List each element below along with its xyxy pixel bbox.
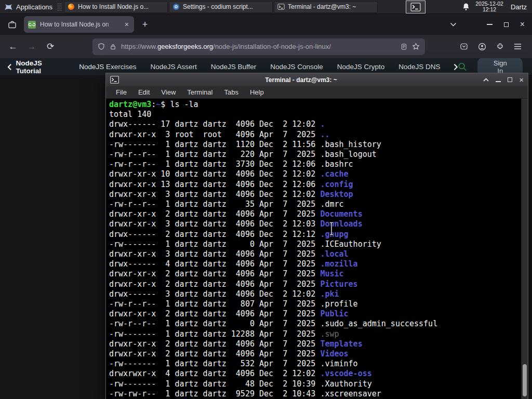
terminal-output-line: drwxr-xr-x 2 dartz dartz 4096 Apr 7 2025… — [109, 309, 521, 319]
sitenav-item[interactable]: NodeJS Crypto — [337, 63, 385, 71]
maximize-icon[interactable] — [508, 77, 512, 82]
close-icon[interactable]: × — [519, 76, 524, 84]
account-icon[interactable] — [478, 43, 486, 51]
reader-view-icon[interactable] — [401, 43, 407, 50]
toolbar-right-icons — [460, 43, 522, 51]
minimize-icon[interactable] — [487, 24, 493, 25]
terminal-output-line: -rw-r--r-- 1 dartz dartz 807 Apr 7 2025 … — [109, 299, 521, 309]
firefox-window-controls: × — [487, 20, 525, 29]
new-tab-button[interactable]: + — [137, 17, 153, 32]
sitenav-item[interactable]: NodeJS Exercises — [79, 63, 136, 71]
terminal-output-line: drwxr-xr-x 10 dartz dartz 4096 Dec 2 12:… — [109, 169, 521, 179]
shield-icon[interactable] — [98, 43, 105, 50]
scrollbar-thumb[interactable] — [523, 364, 527, 396]
browser-tab-active[interactable]: How to Install Node.js on × — [24, 16, 134, 33]
terminal-window: Terminal - dartz@vm3: ~ × File Edit View… — [105, 73, 528, 399]
terminal-output-line: drwxr-xr-x 2 dartz dartz 4096 Apr 7 2025… — [109, 209, 521, 219]
taskbar-item-label: Terminal - dartz@vm3: ~ — [288, 3, 356, 10]
menu-file[interactable]: File — [110, 87, 132, 97]
tray-terminal-indicator[interactable] — [406, 1, 425, 14]
terminal-output-line: -rw-r--r-- 1 dartz dartz 220 Apr 7 2025 … — [109, 150, 521, 159]
close-icon[interactable]: × — [520, 20, 525, 29]
terminal-output-line: -rw-r--r-- 1 dartz dartz 3730 Dec 2 12:0… — [109, 159, 521, 169]
sitenav-item[interactable]: NodeJS Console — [270, 63, 323, 71]
top-panel: Applications How to Install Node.js o...… — [0, 0, 532, 14]
sitenav-item[interactable]: NodeJS Buffer — [211, 63, 257, 71]
menu-view[interactable]: View — [155, 87, 181, 97]
notification-bell-icon[interactable] — [462, 3, 470, 11]
url-text: https://www.geeksforgeeks.org/node-js/in… — [121, 43, 331, 50]
chevron-right-icon[interactable] — [454, 63, 458, 71]
lock-icon[interactable] — [110, 43, 116, 50]
terminal-output-line: drwxr-xr-x 13 dartz dartz 4096 Dec 2 12:… — [109, 180, 521, 190]
sitenav-item[interactable]: NodeJS DNS — [398, 63, 440, 71]
terminal-output-line: -rw-r--r-- 1 dartz dartz 35 Apr 7 2025 .… — [109, 200, 521, 209]
terminal-output-line: -rw------- 1 dartz dartz 0 Apr 7 2025 .I… — [109, 240, 521, 249]
url-scheme: https://www. — [121, 43, 157, 50]
forward-button[interactable]: → — [24, 39, 39, 55]
url-path: /node-js/installation-of-node-js-on-linu… — [213, 43, 331, 50]
url-domain: geeksforgeeks.org — [157, 43, 213, 50]
sitenav-items: NodeJS ExercisesNodeJS AssertNodeJS Buff… — [79, 63, 453, 71]
user-menu[interactable]: Dartz — [511, 3, 527, 11]
extensions-icon[interactable] — [496, 43, 504, 50]
terminal-output-line: drwxr-xr-x 3 dartz dartz 4096 Dec 2 12:0… — [109, 190, 521, 200]
terminal-scrollbar[interactable] — [521, 99, 528, 399]
terminal-icon — [410, 3, 421, 11]
reload-button[interactable]: ⟳ — [43, 39, 58, 55]
url-bar[interactable]: https://www.geeksforgeeks.org/node-js/in… — [92, 38, 425, 55]
applications-menu-button[interactable]: Applications — [0, 0, 57, 14]
taskbar-item-terminal[interactable]: Terminal - dartz@vm3: ~ — [274, 1, 378, 13]
firefox-view-button[interactable] — [2, 17, 22, 32]
list-all-tabs-button[interactable] — [450, 22, 457, 26]
maximize-icon[interactable] — [504, 22, 509, 27]
tasklist-grip — [57, 4, 62, 10]
terminal-title-bar[interactable]: Terminal - dartz@vm3: ~ × — [106, 73, 528, 86]
bookmark-star-icon[interactable] — [412, 43, 420, 50]
terminal-output-line: drwx------ 17 dartz dartz 4096 Dec 2 12:… — [109, 119, 521, 129]
terminal-output-line: drwxr-xr-x 3 dartz dartz 4096 Dec 2 12:0… — [109, 219, 521, 229]
terminal-window-title: Terminal - dartz@vm3: ~ — [119, 76, 483, 84]
panel-clock[interactable]: 2025-12-02 12:12 — [475, 1, 503, 13]
terminal-output-line: drwx------ 3 dartz dartz 4096 Dec 2 12:0… — [109, 289, 521, 299]
distro-logo-icon — [4, 3, 13, 11]
terminal-output-line: drwxrwxr-x 4 dartz dartz 4096 Dec 2 12:0… — [109, 369, 521, 379]
terminal-command: ls -la — [170, 100, 198, 109]
text-cursor-pointer — [328, 222, 335, 235]
terminal-screen[interactable]: dartz@vm3:~$ ls -la total 140 drwx------… — [106, 99, 528, 399]
chevron-left-icon[interactable] — [7, 63, 12, 71]
shade-chevron-up-icon[interactable] — [483, 78, 489, 82]
terminal-window-controls: × — [483, 76, 524, 84]
taskbar-item-settings[interactable]: Settings - codium script... — [169, 1, 273, 13]
minimize-icon[interactable] — [496, 81, 501, 82]
terminal-total-line: total 140 — [109, 110, 521, 119]
menu-terminal[interactable]: Terminal — [181, 87, 218, 97]
terminal-output-line: drwx------ 4 dartz dartz 4096 Apr 7 2025… — [109, 259, 521, 269]
terminal-menu-bar: File Edit View Terminal Tabs Help — [106, 86, 528, 99]
taskbar-item-label: How to Install Node.js o... — [78, 3, 149, 10]
sitenav-item-tutorial[interactable]: NodeJS Tutorial — [16, 59, 67, 75]
terminal-prompt-line: dartz@vm3:~$ ls -la — [109, 100, 521, 110]
sitenav-item[interactable]: NodeJS Assert — [151, 63, 197, 71]
chevron-down-icon — [450, 22, 457, 26]
pocket-icon[interactable] — [460, 43, 468, 50]
taskbar-item-firefox[interactable]: How to Install Node.js o... — [64, 1, 168, 13]
prompt-separator: : — [151, 100, 156, 109]
firefox-tab-bar: How to Install Node.js on × + × — [0, 14, 532, 35]
back-button[interactable]: ← — [5, 39, 21, 55]
applications-label: Applications — [16, 3, 52, 11]
menu-hamburger-icon[interactable] — [514, 43, 522, 50]
menu-edit[interactable]: Edit — [132, 87, 155, 97]
firefox-icon — [68, 3, 75, 10]
clock-time: 12:12 — [475, 7, 503, 13]
terminal-output-line: drwx------ 2 dartz dartz 4096 Dec 2 12:1… — [109, 230, 521, 240]
terminal-icon — [277, 3, 285, 10]
terminal-output-line: drwxr-xr-x 2 dartz dartz 4096 Apr 7 2025… — [109, 349, 521, 359]
menu-tabs[interactable]: Tabs — [218, 87, 244, 97]
tab-title: How to Install Node.js on — [40, 21, 119, 28]
prompt-user-host: dartz@vm3 — [109, 100, 151, 109]
taskbar-item-label: Settings - codium script... — [183, 3, 253, 10]
menu-help[interactable]: Help — [244, 87, 270, 97]
search-icon[interactable] — [458, 62, 467, 72]
tab-close-icon[interactable]: × — [124, 20, 130, 29]
